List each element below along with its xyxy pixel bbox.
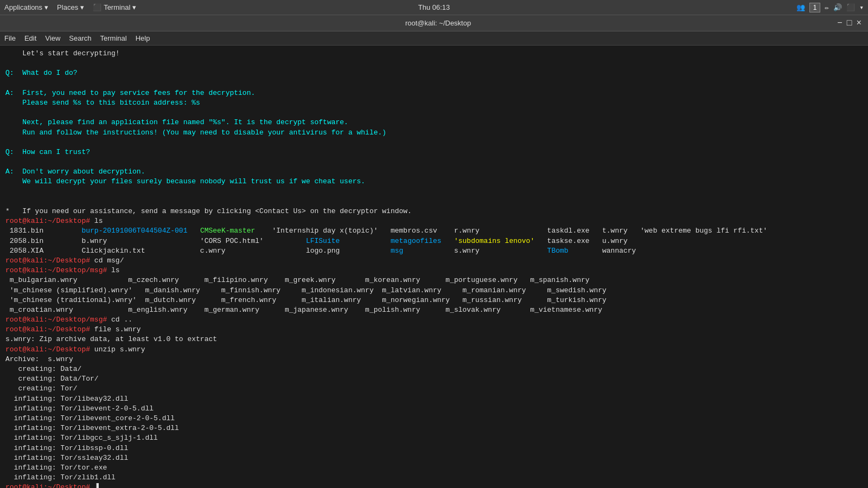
minimize-button[interactable]: − bbox=[837, 19, 843, 28]
menu-terminal[interactable]: Terminal bbox=[100, 34, 127, 42]
places-menu[interactable]: Places ▾ bbox=[57, 3, 84, 11]
terminal-menubar: File Edit View Search Terminal Help bbox=[0, 31, 868, 46]
menu-file[interactable]: File bbox=[4, 34, 16, 42]
menu-view[interactable]: View bbox=[45, 34, 60, 42]
system-bar-left: Applications ▾ Places ▾ ⬛ Terminal ▾ bbox=[4, 3, 136, 11]
volume-icon: 🔊 bbox=[833, 3, 842, 12]
power-icon: ▾ bbox=[859, 3, 864, 12]
system-clock: Thu 06:13 bbox=[418, 3, 450, 11]
applications-menu[interactable]: Applications ▾ bbox=[4, 3, 48, 11]
system-bar-right: 👥 1 ✏ 🔊 ⬛ ▾ bbox=[796, 3, 864, 12]
terminal-controls: − □ × bbox=[837, 19, 861, 28]
terminal-menu[interactable]: ⬛ Terminal ▾ bbox=[93, 3, 136, 11]
workspace-badge[interactable]: 1 bbox=[809, 3, 821, 12]
close-button[interactable]: × bbox=[856, 19, 861, 28]
terminal-titlebar: root@kali: ~/Desktop − □ × bbox=[0, 15, 868, 31]
system-bar: Applications ▾ Places ▾ ⬛ Terminal ▾ Thu… bbox=[0, 0, 868, 15]
maximize-button[interactable]: □ bbox=[847, 19, 852, 28]
menu-help[interactable]: Help bbox=[136, 34, 150, 42]
menu-edit[interactable]: Edit bbox=[24, 34, 36, 42]
terminal-content[interactable]: Let's start decrypting! Q: What do I do?… bbox=[0, 46, 868, 488]
screen-icon: ⬛ bbox=[846, 3, 855, 12]
menu-search[interactable]: Search bbox=[69, 34, 91, 42]
terminal-title: root@kali: ~/Desktop bbox=[39, 19, 837, 27]
edit-icon: ✏ bbox=[825, 3, 829, 12]
users-icon: 👥 bbox=[796, 3, 805, 12]
terminal-window: root@kali: ~/Desktop − □ × File Edit Vie… bbox=[0, 15, 868, 488]
